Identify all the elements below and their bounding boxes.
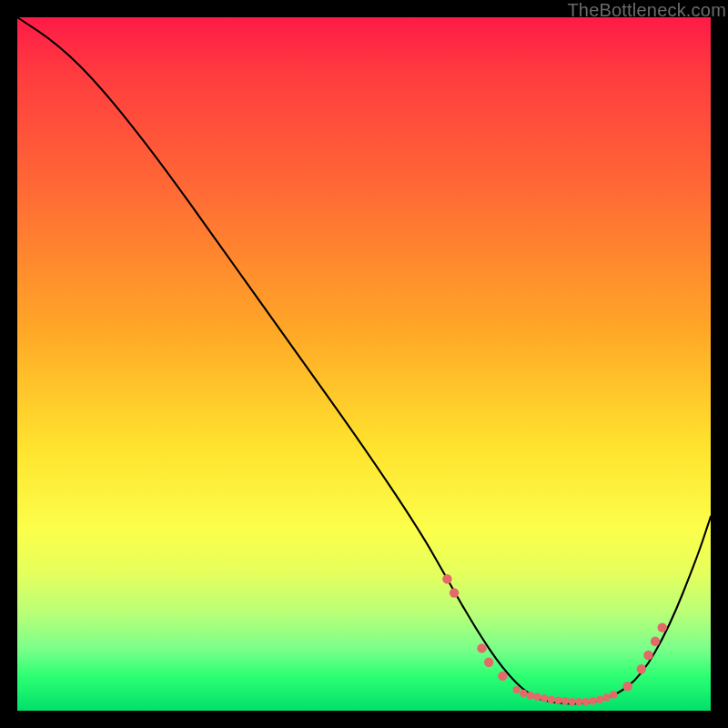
valley-marker	[582, 698, 590, 705]
valley-marker	[533, 693, 541, 701]
valley-marker	[498, 672, 507, 681]
watermark-text: TheBottleneck.com	[567, 0, 726, 21]
valley-marker	[512, 686, 520, 693]
valley-markers-group	[442, 574, 667, 705]
chart-frame	[17, 17, 711, 711]
valley-marker	[477, 643, 486, 652]
valley-marker	[589, 697, 596, 704]
valley-marker	[484, 658, 493, 667]
valley-marker	[541, 694, 548, 702]
valley-marker	[450, 588, 459, 597]
valley-marker	[596, 696, 603, 703]
valley-marker	[658, 622, 667, 632]
valley-marker	[575, 698, 582, 705]
valley-marker	[610, 691, 617, 698]
valley-marker	[603, 693, 611, 701]
valley-marker	[568, 698, 575, 705]
bottleneck-curve	[17, 17, 711, 703]
valley-marker	[651, 637, 660, 646]
valley-marker	[554, 696, 561, 703]
valley-marker	[643, 651, 652, 660]
valley-marker	[520, 690, 527, 697]
valley-marker	[561, 697, 569, 704]
chart-svg	[17, 17, 711, 711]
valley-marker	[637, 664, 646, 673]
valley-marker	[442, 574, 451, 583]
valley-marker	[548, 696, 555, 703]
valley-marker	[622, 682, 632, 691]
valley-marker	[527, 692, 534, 699]
